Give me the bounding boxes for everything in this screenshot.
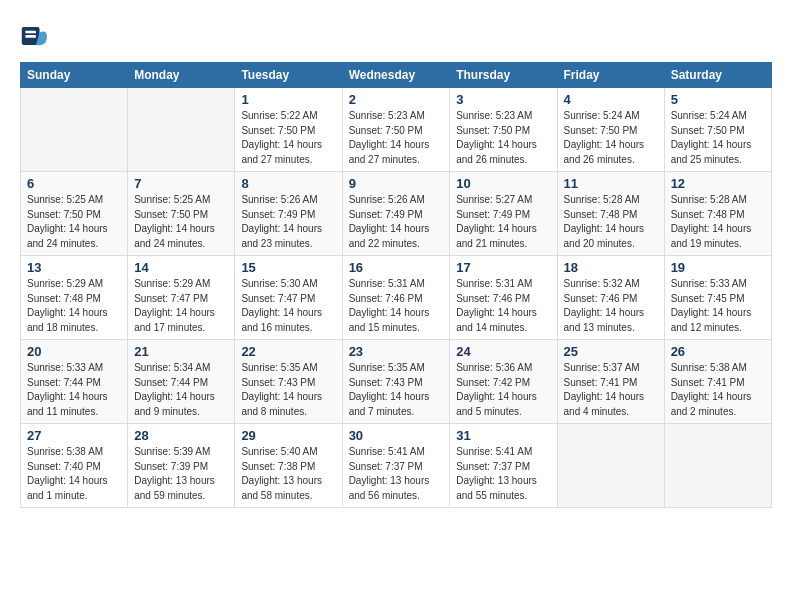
calendar-cell: 4Sunrise: 5:24 AM Sunset: 7:50 PM Daylig… [557, 88, 664, 172]
day-info: Sunrise: 5:33 AM Sunset: 7:44 PM Dayligh… [27, 361, 121, 419]
calendar-cell: 27Sunrise: 5:38 AM Sunset: 7:40 PM Dayli… [21, 424, 128, 508]
day-info: Sunrise: 5:28 AM Sunset: 7:48 PM Dayligh… [564, 193, 658, 251]
day-number: 6 [27, 176, 121, 191]
day-info: Sunrise: 5:35 AM Sunset: 7:43 PM Dayligh… [349, 361, 444, 419]
calendar-cell [557, 424, 664, 508]
day-info: Sunrise: 5:30 AM Sunset: 7:47 PM Dayligh… [241, 277, 335, 335]
logo [20, 20, 56, 52]
day-number: 11 [564, 176, 658, 191]
day-number: 10 [456, 176, 550, 191]
day-info: Sunrise: 5:26 AM Sunset: 7:49 PM Dayligh… [349, 193, 444, 251]
weekday-header: Sunday [21, 63, 128, 88]
day-info: Sunrise: 5:24 AM Sunset: 7:50 PM Dayligh… [671, 109, 765, 167]
calendar-cell: 23Sunrise: 5:35 AM Sunset: 7:43 PM Dayli… [342, 340, 450, 424]
calendar-cell: 11Sunrise: 5:28 AM Sunset: 7:48 PM Dayli… [557, 172, 664, 256]
day-number: 5 [671, 92, 765, 107]
day-info: Sunrise: 5:27 AM Sunset: 7:49 PM Dayligh… [456, 193, 550, 251]
calendar-cell: 21Sunrise: 5:34 AM Sunset: 7:44 PM Dayli… [128, 340, 235, 424]
weekday-header: Wednesday [342, 63, 450, 88]
day-info: Sunrise: 5:22 AM Sunset: 7:50 PM Dayligh… [241, 109, 335, 167]
day-number: 17 [456, 260, 550, 275]
day-number: 26 [671, 344, 765, 359]
day-number: 14 [134, 260, 228, 275]
day-info: Sunrise: 5:41 AM Sunset: 7:37 PM Dayligh… [456, 445, 550, 503]
calendar-cell: 26Sunrise: 5:38 AM Sunset: 7:41 PM Dayli… [664, 340, 771, 424]
day-info: Sunrise: 5:29 AM Sunset: 7:47 PM Dayligh… [134, 277, 228, 335]
weekday-header: Friday [557, 63, 664, 88]
calendar-cell: 24Sunrise: 5:36 AM Sunset: 7:42 PM Dayli… [450, 340, 557, 424]
day-number: 18 [564, 260, 658, 275]
calendar-week-row: 27Sunrise: 5:38 AM Sunset: 7:40 PM Dayli… [21, 424, 772, 508]
day-number: 27 [27, 428, 121, 443]
day-number: 24 [456, 344, 550, 359]
calendar-cell: 17Sunrise: 5:31 AM Sunset: 7:46 PM Dayli… [450, 256, 557, 340]
calendar-cell: 19Sunrise: 5:33 AM Sunset: 7:45 PM Dayli… [664, 256, 771, 340]
day-number: 1 [241, 92, 335, 107]
day-info: Sunrise: 5:26 AM Sunset: 7:49 PM Dayligh… [241, 193, 335, 251]
day-info: Sunrise: 5:31 AM Sunset: 7:46 PM Dayligh… [349, 277, 444, 335]
calendar-week-row: 20Sunrise: 5:33 AM Sunset: 7:44 PM Dayli… [21, 340, 772, 424]
calendar-cell: 29Sunrise: 5:40 AM Sunset: 7:38 PM Dayli… [235, 424, 342, 508]
page-header [20, 20, 772, 52]
calendar-cell: 22Sunrise: 5:35 AM Sunset: 7:43 PM Dayli… [235, 340, 342, 424]
day-info: Sunrise: 5:34 AM Sunset: 7:44 PM Dayligh… [134, 361, 228, 419]
calendar-cell: 18Sunrise: 5:32 AM Sunset: 7:46 PM Dayli… [557, 256, 664, 340]
calendar-cell: 1Sunrise: 5:22 AM Sunset: 7:50 PM Daylig… [235, 88, 342, 172]
calendar-cell: 20Sunrise: 5:33 AM Sunset: 7:44 PM Dayli… [21, 340, 128, 424]
calendar-cell: 13Sunrise: 5:29 AM Sunset: 7:48 PM Dayli… [21, 256, 128, 340]
day-info: Sunrise: 5:37 AM Sunset: 7:41 PM Dayligh… [564, 361, 658, 419]
day-number: 21 [134, 344, 228, 359]
day-number: 31 [456, 428, 550, 443]
day-info: Sunrise: 5:32 AM Sunset: 7:46 PM Dayligh… [564, 277, 658, 335]
day-info: Sunrise: 5:38 AM Sunset: 7:40 PM Dayligh… [27, 445, 121, 503]
day-info: Sunrise: 5:24 AM Sunset: 7:50 PM Dayligh… [564, 109, 658, 167]
calendar-cell: 6Sunrise: 5:25 AM Sunset: 7:50 PM Daylig… [21, 172, 128, 256]
weekday-header: Monday [128, 63, 235, 88]
day-info: Sunrise: 5:23 AM Sunset: 7:50 PM Dayligh… [456, 109, 550, 167]
svg-rect-2 [25, 35, 36, 38]
calendar-cell: 10Sunrise: 5:27 AM Sunset: 7:49 PM Dayli… [450, 172, 557, 256]
calendar-cell: 3Sunrise: 5:23 AM Sunset: 7:50 PM Daylig… [450, 88, 557, 172]
weekday-header: Thursday [450, 63, 557, 88]
calendar-cell: 8Sunrise: 5:26 AM Sunset: 7:49 PM Daylig… [235, 172, 342, 256]
day-number: 7 [134, 176, 228, 191]
day-number: 19 [671, 260, 765, 275]
day-info: Sunrise: 5:31 AM Sunset: 7:46 PM Dayligh… [456, 277, 550, 335]
day-info: Sunrise: 5:25 AM Sunset: 7:50 PM Dayligh… [134, 193, 228, 251]
calendar-cell [21, 88, 128, 172]
calendar-cell: 14Sunrise: 5:29 AM Sunset: 7:47 PM Dayli… [128, 256, 235, 340]
calendar-cell: 30Sunrise: 5:41 AM Sunset: 7:37 PM Dayli… [342, 424, 450, 508]
day-info: Sunrise: 5:23 AM Sunset: 7:50 PM Dayligh… [349, 109, 444, 167]
calendar-cell: 25Sunrise: 5:37 AM Sunset: 7:41 PM Dayli… [557, 340, 664, 424]
day-info: Sunrise: 5:41 AM Sunset: 7:37 PM Dayligh… [349, 445, 444, 503]
calendar-cell: 5Sunrise: 5:24 AM Sunset: 7:50 PM Daylig… [664, 88, 771, 172]
calendar-table: SundayMondayTuesdayWednesdayThursdayFrid… [20, 62, 772, 508]
weekday-header: Tuesday [235, 63, 342, 88]
day-info: Sunrise: 5:29 AM Sunset: 7:48 PM Dayligh… [27, 277, 121, 335]
calendar-cell: 31Sunrise: 5:41 AM Sunset: 7:37 PM Dayli… [450, 424, 557, 508]
day-info: Sunrise: 5:36 AM Sunset: 7:42 PM Dayligh… [456, 361, 550, 419]
day-number: 29 [241, 428, 335, 443]
calendar-week-row: 1Sunrise: 5:22 AM Sunset: 7:50 PM Daylig… [21, 88, 772, 172]
calendar-cell: 2Sunrise: 5:23 AM Sunset: 7:50 PM Daylig… [342, 88, 450, 172]
day-number: 25 [564, 344, 658, 359]
day-number: 22 [241, 344, 335, 359]
day-info: Sunrise: 5:28 AM Sunset: 7:48 PM Dayligh… [671, 193, 765, 251]
day-number: 8 [241, 176, 335, 191]
day-number: 12 [671, 176, 765, 191]
day-info: Sunrise: 5:33 AM Sunset: 7:45 PM Dayligh… [671, 277, 765, 335]
day-number: 3 [456, 92, 550, 107]
calendar-cell: 12Sunrise: 5:28 AM Sunset: 7:48 PM Dayli… [664, 172, 771, 256]
svg-rect-1 [25, 31, 36, 34]
logo-icon [20, 20, 52, 52]
day-info: Sunrise: 5:35 AM Sunset: 7:43 PM Dayligh… [241, 361, 335, 419]
day-number: 2 [349, 92, 444, 107]
day-info: Sunrise: 5:40 AM Sunset: 7:38 PM Dayligh… [241, 445, 335, 503]
weekday-header: Saturday [664, 63, 771, 88]
calendar-cell [128, 88, 235, 172]
calendar-cell: 28Sunrise: 5:39 AM Sunset: 7:39 PM Dayli… [128, 424, 235, 508]
calendar-cell: 7Sunrise: 5:25 AM Sunset: 7:50 PM Daylig… [128, 172, 235, 256]
day-info: Sunrise: 5:25 AM Sunset: 7:50 PM Dayligh… [27, 193, 121, 251]
day-number: 30 [349, 428, 444, 443]
day-number: 16 [349, 260, 444, 275]
